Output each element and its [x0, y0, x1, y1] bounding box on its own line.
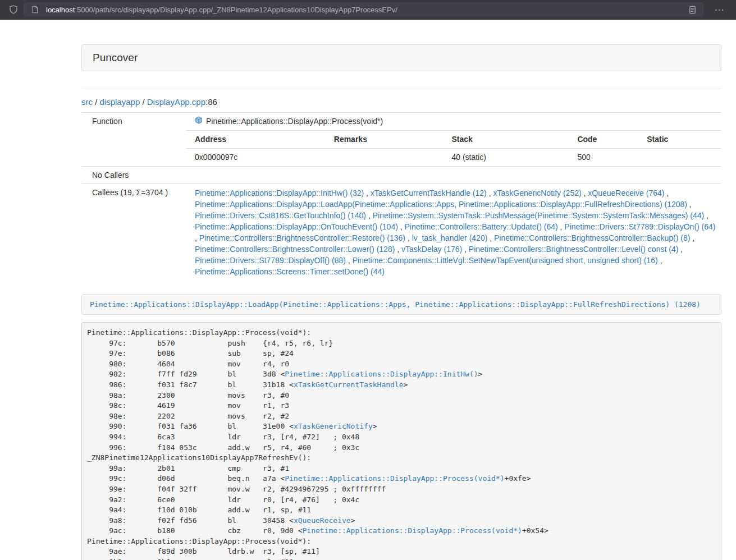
stats-header-remarks: Remarks	[326, 131, 444, 149]
callee-separator: ,	[395, 245, 401, 254]
callee-link[interactable]: xQueueReceive (764)	[588, 189, 664, 198]
callee-link[interactable]: xTaskGetCurrentTaskHandle (12)	[371, 189, 487, 198]
url-text: localhost:5000/path/src/displayapp/Displ…	[46, 6, 685, 14]
callee-link[interactable]: Pinetime::Controllers::Battery::Update()…	[405, 222, 558, 231]
callee-separator: ,	[664, 189, 669, 198]
stats-header-address: Address	[186, 131, 326, 149]
stats-value-code: 500	[569, 149, 638, 167]
callees-label: Callees (19, Σ=3704 )	[81, 184, 186, 282]
callees-row: Callees (19, Σ=3704 ) Pinetime::Applicat…	[81, 184, 721, 282]
callee-separator: ,	[398, 222, 405, 231]
stats-table: AddressRemarksStackCodeStatic 0x0000097c…	[186, 130, 721, 166]
callee-link[interactable]: Pinetime::Drivers::St7789::DisplayOn() (…	[564, 222, 715, 231]
stats-header-static: Static	[638, 131, 721, 149]
callee-separator: ,	[487, 189, 493, 198]
breadcrumb-link-src[interactable]: src	[81, 97, 93, 107]
callee-separator: ,	[195, 233, 199, 242]
stats-header-code: Code	[569, 131, 638, 149]
breadcrumb-link-displayapp.cpp[interactable]: DisplayApp.cpp	[147, 97, 205, 107]
stats-header-row: AddressRemarksStackCodeStatic	[186, 131, 721, 149]
callee-link[interactable]: lv_task_handler (420)	[412, 233, 488, 242]
breadcrumb-link-displayapp[interactable]: displayapp	[100, 97, 140, 107]
asm-symbol-link[interactable]: xQueueReceive	[294, 516, 351, 525]
function-row: Function Pinetime::Applications::Display…	[81, 113, 721, 167]
asm-symbol-link[interactable]: Pinetime::Applications::DisplayApp::Init…	[285, 370, 478, 378]
browser-chrome: localhost:5000/path/src/displayapp/Displ…	[0, 0, 736, 20]
page-title-panel: Puncover	[81, 44, 721, 71]
cube-icon	[195, 116, 203, 127]
callers-cell	[186, 167, 721, 184]
function-cell: Pinetime::Applications::DisplayApp::Proc…	[186, 113, 721, 167]
asm-symbol-link[interactable]: Pinetime::Applications::DisplayApp::Proc…	[303, 526, 522, 535]
callee-separator: ,	[366, 211, 373, 220]
page-title: Puncover	[93, 52, 138, 63]
url-host: localhost	[46, 6, 75, 14]
callee-separator: ,	[558, 222, 565, 231]
function-row-label: Function	[81, 113, 186, 167]
highlight-panel: Pinetime::Applications::DisplayApp::Load…	[81, 294, 721, 315]
page-content: Puncover src / displayapp / DisplayApp.c…	[81, 44, 721, 560]
no-callers-label: No Callers	[81, 167, 186, 184]
breadcrumb-separator: /	[93, 97, 100, 107]
callee-link[interactable]: Pinetime::Applications::Screens::Timer::…	[195, 267, 385, 276]
breadcrumb: src / displayapp / DisplayApp.cpp:86	[81, 97, 721, 107]
callee-separator: ,	[690, 233, 694, 242]
callee-separator: ,	[704, 211, 708, 220]
callee-link[interactable]: Pinetime::Controllers::BrightnessControl…	[494, 233, 690, 242]
stats-value-row: 0x0000097c40 (static)500	[186, 149, 721, 167]
breadcrumb-line-number: :86	[205, 97, 217, 107]
url-path: :5000/path/src/displayapp/DisplayApp.cpp…	[75, 6, 397, 14]
callee-link[interactable]: Pinetime::Controllers::BrightnessControl…	[469, 245, 678, 254]
callees-list: Pinetime::Applications::DisplayApp::Init…	[186, 184, 721, 282]
breadcrumb-separator: /	[140, 97, 147, 107]
callee-separator: ,	[487, 233, 494, 242]
callee-separator: ,	[364, 189, 371, 198]
shield-icon[interactable]	[7, 3, 20, 16]
asm-symbol-link[interactable]: Pinetime::Applications::DisplayApp::Proc…	[285, 474, 504, 483]
stats-value-remarks	[326, 149, 444, 167]
callee-separator: ,	[687, 200, 692, 209]
callee-link[interactable]: Pinetime::Controllers::BrightnessControl…	[195, 245, 395, 254]
stats-value-address: 0x0000097c	[186, 149, 326, 167]
stats-value-stack: 40 (static)	[443, 149, 569, 167]
stats-header-stack: Stack	[443, 131, 569, 149]
callee-link[interactable]: Pinetime::Controllers::BrightnessControl…	[199, 233, 405, 242]
function-name-row: Pinetime::Applications::DisplayApp::Proc…	[186, 113, 721, 130]
asm-symbol-link[interactable]: xTaskGenericNotify	[294, 422, 373, 430]
reader-view-icon[interactable]	[685, 3, 699, 16]
callee-link[interactable]: Pinetime::Components::LittleVgl::SetNewT…	[353, 256, 658, 265]
callers-row: No Callers	[81, 167, 721, 184]
callee-separator: ,	[582, 189, 588, 198]
menu-ellipsis-icon[interactable]: ⋯	[709, 3, 729, 16]
callee-link[interactable]: Pinetime::Drivers::Cst816S::GetTouchInfo…	[195, 211, 366, 220]
callee-link[interactable]: Pinetime::Applications::DisplayApp::Load…	[195, 200, 687, 209]
url-bar[interactable]: localhost:5000/path/src/displayapp/Displ…	[24, 2, 703, 17]
callee-separator: ,	[405, 233, 412, 242]
callee-separator: ,	[658, 256, 662, 265]
callee-link[interactable]: Pinetime::Applications::DisplayApp::Init…	[195, 189, 364, 198]
divider	[81, 89, 721, 89]
highlight-link[interactable]: Pinetime::Applications::DisplayApp::Load…	[90, 300, 701, 309]
callee-link[interactable]: Pinetime::System::SystemTask::PushMessag…	[373, 211, 705, 220]
callee-link[interactable]: vTaskDelay (176)	[401, 245, 462, 254]
asm-symbol-link[interactable]: xTaskGetCurrentTaskHandle	[294, 380, 404, 389]
callee-separator: ,	[678, 245, 683, 254]
callee-link[interactable]: xTaskGenericNotify (252)	[493, 189, 581, 198]
callee-separator: ,	[346, 256, 353, 265]
callee-link[interactable]: Pinetime::Applications::DisplayApp::OnTo…	[195, 222, 398, 231]
function-table: Function Pinetime::Applications::Display…	[81, 112, 721, 281]
disassembly-code: Pinetime::Applications::DisplayApp::Proc…	[81, 322, 721, 560]
function-name: Pinetime::Applications::DisplayApp::Proc…	[206, 116, 383, 127]
callee-separator: ,	[462, 245, 469, 254]
callee-link[interactable]: Pinetime::Drivers::St7789::DisplayOff() …	[195, 256, 346, 265]
page-info-icon[interactable]	[28, 3, 42, 16]
stats-value-static	[638, 149, 721, 167]
